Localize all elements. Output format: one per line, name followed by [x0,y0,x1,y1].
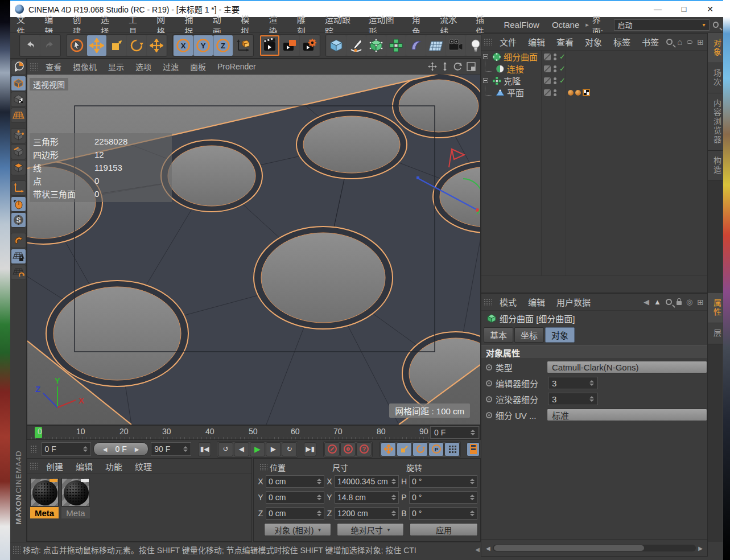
workplane-align-button[interactable] [11,265,26,280]
texture-mode-button[interactable] [11,92,26,107]
y-axis-lock[interactable]: Y [193,35,213,56]
timeline-ruler[interactable]: 0 10 20 30 40 50 60 70 80 90 0 F [27,425,481,440]
type-dropdown[interactable]: Catmull-Clark(N-Gons) [547,361,707,373]
status-scroll-arrow[interactable]: ◀ [475,546,481,553]
om-menu-tags[interactable]: 标签 [608,36,636,48]
search-icon[interactable] [713,22,719,28]
object-row-subdivision-surface[interactable]: 细分曲面 ✓ [481,51,707,63]
render-to-picture-viewer-button[interactable] [280,35,299,56]
deformer-bend-button[interactable] [406,35,426,56]
om-menu-bookmarks[interactable]: 书签 [636,36,665,48]
enabled-check[interactable]: ✓ [559,76,566,85]
om-menu-edit[interactable]: 编辑 [522,36,551,48]
key-rotation-toggle[interactable] [413,442,428,456]
frame-scrubber[interactable]: ◀0 F▶ [93,442,149,456]
size-y-field[interactable]: 14.8 cm [335,491,399,504]
rot-p-field[interactable]: 0 ° [409,491,477,504]
scale-tool[interactable] [107,35,126,56]
texture-tag-icon[interactable] [583,89,590,96]
om-add-icon[interactable]: ⊞ [697,38,704,47]
coordinate-system-toggle[interactable] [233,35,253,56]
goto-end-button[interactable]: ▶▮ [304,442,317,456]
model-mode-button[interactable] [11,76,26,91]
menu-render[interactable]: 渲染 [262,17,290,32]
redo-button[interactable] [40,35,60,56]
menu-plugins[interactable]: 插件 [469,17,497,32]
layer-tag[interactable] [544,89,551,96]
enabled-check[interactable]: ✓ [559,64,566,73]
enable-axis-button[interactable] [11,180,26,196]
menu-create[interactable]: 创建 [67,17,94,32]
keyframe-circle-icon[interactable] [486,364,492,370]
vp-menu-panel[interactable]: 面板 [184,61,212,72]
scroll-left-arrow[interactable]: ◀ [484,545,493,551]
vp-menu-filter[interactable]: 过滤 [157,61,184,72]
move-tool[interactable] [87,35,106,56]
keyframe-circle-icon[interactable] [486,396,492,402]
enabled-check[interactable]: ✓ [559,52,566,61]
object-row-cloner[interactable]: 克隆 ✓ [481,75,707,87]
menu-snap[interactable]: 捕捉 [179,17,207,32]
menu-sculpt[interactable]: 雕刻 [291,17,319,32]
mat-menu-texture[interactable]: 纹理 [129,460,158,472]
menu-pipeline[interactable]: 流水线 [434,17,469,32]
menu-character[interactable]: 角色 [406,17,434,32]
apply-button[interactable]: 应用 [410,523,478,536]
edges-mode-button[interactable] [11,144,26,159]
expander-icon[interactable] [483,78,488,83]
menu-octane[interactable]: Octane [546,17,585,32]
coords-grip[interactable] [259,463,267,471]
mat-menu-edit[interactable]: 编辑 [69,460,99,472]
layer-tag[interactable] [544,65,551,72]
add-primitive-cube-button[interactable] [327,35,346,56]
keyframe-presets-button[interactable] [467,442,480,456]
menu-realflow[interactable]: RealFlow [497,17,546,32]
add-spline-pen-button[interactable] [347,35,366,56]
scrollbar-track[interactable] [493,545,696,551]
rotate-view-icon[interactable] [453,62,462,71]
am-back-icon[interactable]: ◀ [644,298,649,306]
tab-structure[interactable]: 构造 [708,151,723,181]
menu-select[interactable]: 选择 [94,17,122,32]
tab-object[interactable]: 对象 [545,327,575,343]
key-pla-toggle[interactable] [444,442,460,456]
workplane-mode-button[interactable] [11,108,26,123]
expander-icon[interactable] [483,54,488,59]
vp-menu-cameras[interactable]: 摄像机 [67,61,102,72]
tab-basic[interactable]: 基本 [484,327,513,343]
size-mode-dropdown[interactable]: 绝对尺寸▾ [337,523,404,536]
phong-tag-icon[interactable] [575,90,581,96]
om-home-icon[interactable]: ⌂ [677,37,682,47]
menu-tools[interactable]: 工具 [122,17,150,32]
om-menu-view[interactable]: 查看 [551,36,579,48]
scroll-right-arrow[interactable]: ▶ [696,545,705,551]
play-forward-button[interactable]: ↻ [282,442,297,456]
transport-grip[interactable] [30,445,37,453]
undo-button[interactable] [20,35,40,56]
polygons-mode-button[interactable] [11,160,26,175]
mograph-cloner-button[interactable] [386,35,406,56]
points-mode-button[interactable] [11,128,26,143]
subdivision-surface-button[interactable] [366,35,386,56]
object-properties-header[interactable]: 对象属性 [481,345,707,359]
render-subdiv-field[interactable]: 3 [548,393,598,405]
vp-menu-view[interactable]: 查看 [40,61,67,72]
am-lock-icon[interactable] [677,301,682,305]
next-frame-button[interactable]: ▶ [266,442,281,456]
start-frame-field[interactable]: 0 F [42,442,92,456]
zoom-view-icon[interactable] [442,62,448,71]
end-frame-field[interactable]: 90 F [151,442,191,456]
am-grip[interactable] [484,298,492,306]
mat-menu-function[interactable]: 功能 [99,460,129,472]
om-menu-objects[interactable]: 对象 [579,36,608,48]
object-row-connect[interactable]: 连接 ✓ [481,63,707,75]
viewport-canvas[interactable]: Y X Z [27,75,480,425]
scrollbar-thumb[interactable] [494,545,645,551]
phong-tag-icon[interactable] [568,90,574,96]
viewport-solo-button[interactable] [11,196,26,212]
viewport-menu-grip[interactable] [30,63,38,71]
am-up-icon[interactable]: ▲ [654,298,661,306]
size-z-field[interactable]: 1200 cm [335,507,399,520]
z-axis-lock[interactable]: Z [213,35,233,56]
vp-menu-prorender[interactable]: ProRender [212,62,262,71]
